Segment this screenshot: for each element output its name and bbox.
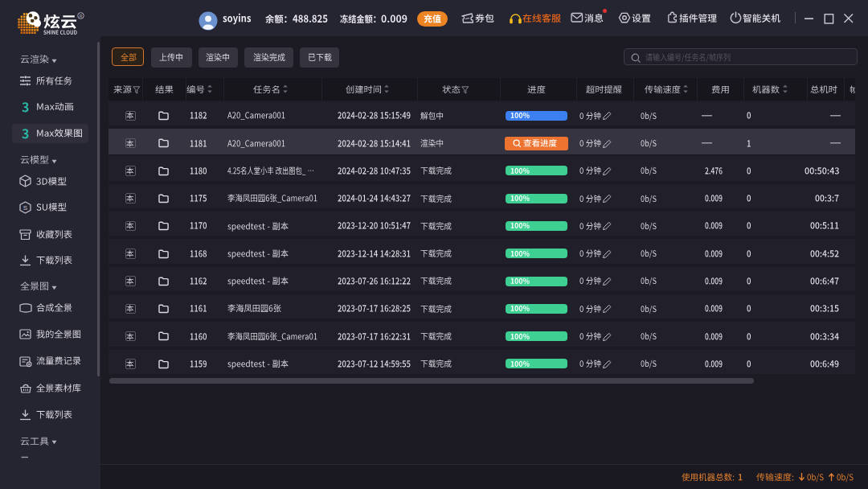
svg-text:S: S bbox=[23, 204, 27, 212]
svg-text:R: R bbox=[80, 14, 83, 18]
